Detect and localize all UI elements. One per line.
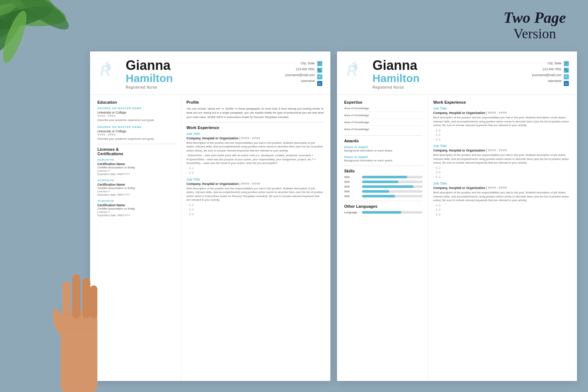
award-entry-2: Honor or Award Background information on…: [344, 155, 423, 163]
contact-info-2: City, State 123.456.7891 yourname@mail.c…: [532, 60, 562, 84]
edu-entry-2: Degree or Master Name University or Coll…: [97, 125, 176, 141]
skill-label-2: Skill: [344, 180, 359, 183]
linkedin-icon-2: in: [564, 81, 569, 86]
svg-rect-13: [90, 285, 97, 318]
resume-title-2: Registered Nurse: [373, 85, 420, 89]
knowledge-item-3: Area of Knowledge: [344, 121, 423, 126]
lang-row-1: Language: [344, 211, 423, 214]
license-entry-3: ACRONYM Certification Name Certifier Ass…: [97, 199, 176, 217]
company-line-1: Company, Hospital or Organization | YYYY…: [186, 136, 323, 140]
honor-2: Honor or Award: [344, 155, 423, 159]
p2-job-title-3: Job Title: [433, 182, 570, 185]
education-title: Education: [97, 100, 176, 104]
resume-title: Registered Nurse: [126, 85, 173, 89]
cursive-title: Two Page: [503, 9, 566, 26]
lang-bar-1: [362, 211, 423, 214]
awards-title: Awards: [344, 139, 423, 143]
skill-bar-5: [362, 195, 423, 197]
svg-rect-12: [82, 278, 90, 318]
p2-company-line-2: Company, Hospital or Organization | YYYY…: [433, 149, 570, 152]
cert-license-2: License n°: [97, 190, 176, 193]
acronym-1: ACRONYM: [97, 158, 176, 161]
expertise-section: Expertise Area of Knowledge Area of Know…: [344, 100, 423, 132]
page1-right-col: Profile You can include "about me" or "p…: [181, 95, 330, 381]
skill-label-3: Skill: [344, 185, 359, 188]
p2-bullet-1a: (...): [433, 128, 570, 132]
p2-bullet-2a: (...): [433, 166, 570, 170]
cert-name-3: Certification Name: [97, 203, 176, 207]
location-icon: 📍: [317, 61, 322, 66]
linkedin-icon: in: [317, 81, 322, 86]
hand-decoration: [53, 238, 105, 392]
resume-page-2: R ⚕ Gianna Hamilton Registered Nurse Cit…: [337, 51, 577, 381]
skill-label-4: Skill: [344, 190, 359, 193]
plant-decoration: [0, 0, 85, 85]
skills-title: Skills: [344, 169, 423, 173]
award-desc-2: Background information on each award.: [344, 159, 423, 163]
bullet-2b: (...): [186, 207, 323, 211]
skill-row-1: Skill: [344, 175, 423, 179]
skill-bar-3: [362, 185, 423, 188]
first-name-2: Gianna: [373, 59, 420, 72]
expertise-title: Expertise: [344, 100, 423, 104]
work-experience-title-2: Work Experience: [433, 100, 570, 104]
two-page-label: Two Page Version: [503, 9, 566, 42]
acronym-2: ACRONYM: [97, 179, 176, 182]
knowledge-item-2: Area of Knowledge: [344, 114, 423, 119]
work-experience-title: Work Experience: [186, 125, 323, 130]
job-title-2: Job Title: [186, 178, 323, 181]
job-entry-1: Job Title Company, Hospital or Organizat…: [186, 132, 323, 175]
institution-1: University or College: [97, 111, 176, 114]
email-icon: ✉: [317, 74, 322, 79]
languages-section: Other Languages Language: [344, 204, 423, 214]
page2-header: R ⚕ Gianna Hamilton Registered Nurse Cit…: [337, 51, 577, 95]
edu-entry-1: Degree or Master Name University or Coll…: [97, 107, 176, 122]
p2-bullet-3c: (...): [433, 213, 570, 217]
pages-container: R ⚕ Gianna Hamilton Registered Nurse Cit…: [90, 51, 577, 381]
job-bullet-main-1: · Action/How – start each bullet point w…: [186, 154, 323, 165]
last-name: Hamilton: [126, 72, 173, 84]
skill-bar-2: [362, 181, 423, 183]
skill-row-5: Skill: [344, 195, 423, 198]
education-section: Education Degree or Master Name Universi…: [97, 100, 176, 141]
p2-bullet-3a: (...): [433, 203, 570, 207]
p2-job-desc-3: Brief description of the position and th…: [433, 191, 570, 203]
p2-bullet-2b: (...): [433, 170, 570, 174]
phone-icon-2: 📞: [564, 68, 569, 73]
resume-page-1: R ⚕ Gianna Hamilton Registered Nurse Cit…: [90, 51, 330, 381]
skill-label-5: Skill: [344, 195, 359, 198]
last-name-2: Hamilton: [373, 72, 420, 84]
profile-section: Profile You can include "about me" or "p…: [186, 100, 323, 119]
knowledge-item-1: Area of Knowledge: [344, 107, 423, 112]
work-experience-section: Work Experience Job Title Company, Hospi…: [186, 125, 323, 216]
page2-left-col: Expertise Area of Knowledge Area of Know…: [337, 95, 428, 381]
p2-bullet-2c: (...): [433, 175, 570, 179]
email-icon-2: ✉: [564, 74, 569, 79]
p2-job-entry-3: Job Title Company, Hospital or Organizat…: [433, 182, 570, 216]
institution-2: University or College: [97, 129, 176, 133]
location-icon-2: 📍: [564, 61, 569, 66]
licenses-section: Licenses &Certifications ACRONYM Certifi…: [97, 147, 176, 217]
license-entry-1: ACRONYM Certification Name Certifier Ass…: [97, 158, 176, 176]
bullet-2c: (...): [186, 212, 323, 216]
bullet-2a: (...): [186, 203, 323, 207]
cert-license-1: License n°: [97, 169, 176, 172]
skill-row-2: Skill: [344, 180, 423, 183]
license-entry-2: ACRONYM Certification Name Certifier Ass…: [97, 179, 176, 196]
p2-job-title-2: Job Title: [433, 144, 570, 148]
licenses-title: Licenses &Certifications: [97, 147, 176, 156]
version-title: Version: [503, 26, 566, 42]
svg-rect-11: [72, 274, 80, 318]
p2-job-desc-1: Brief description of the position and th…: [433, 116, 570, 128]
p2-bullet-1b: (...): [433, 133, 570, 137]
honor-1: Honor or Award: [344, 145, 423, 149]
cert-entity-2: Certifier Association or Entity: [97, 186, 176, 190]
languages-title: Other Languages: [344, 204, 423, 209]
bullet-1b: (...): [186, 171, 323, 175]
skill-row-3: Skill: [344, 185, 423, 188]
cert-license-3: License n°: [97, 210, 176, 214]
p2-company-line-1: Company, Hospital or Organization | YYYY…: [433, 111, 570, 115]
p2-bullet-3b: (...): [433, 208, 570, 212]
p2-bullet-1c: (...): [433, 138, 570, 142]
job-desc-2: Brief description of the position and th…: [186, 187, 323, 202]
